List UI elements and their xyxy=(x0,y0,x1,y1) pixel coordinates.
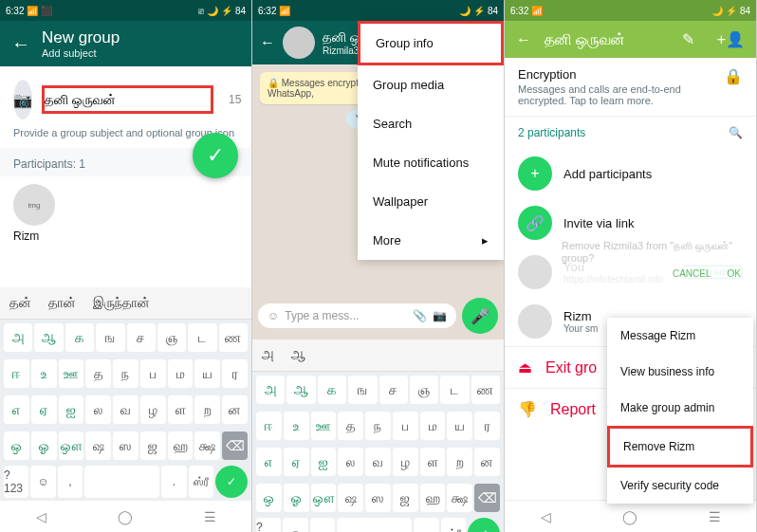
ctx-make-admin[interactable]: Make group admin xyxy=(607,390,753,426)
back-icon[interactable]: ← xyxy=(260,34,275,51)
key[interactable]: ன xyxy=(474,448,500,476)
mic-button[interactable]: 🎤 xyxy=(462,298,498,334)
key-sri[interactable]: ஸ்ரீ xyxy=(441,518,466,532)
key[interactable]: ஹ xyxy=(168,431,194,460)
camera-icon[interactable]: 📷 xyxy=(433,309,447,322)
menu-more[interactable]: More▸ xyxy=(358,221,504,260)
nav-home-icon[interactable]: ◯ xyxy=(118,509,133,524)
key[interactable]: ஆ xyxy=(34,323,63,352)
cancel-button[interactable]: CANCEL xyxy=(673,268,711,279)
key-space[interactable] xyxy=(337,518,412,532)
key-comma[interactable]: , xyxy=(58,466,83,498)
search-icon[interactable]: 🔍 xyxy=(729,126,743,139)
key[interactable]: ள xyxy=(168,395,194,424)
key[interactable]: எ xyxy=(4,395,29,424)
key[interactable]: ஜ xyxy=(140,431,166,460)
key[interactable]: க xyxy=(318,376,346,404)
key[interactable]: அ xyxy=(256,376,285,404)
subject-input[interactable] xyxy=(42,85,213,114)
key[interactable]: ச xyxy=(379,376,408,404)
key[interactable]: ம xyxy=(168,359,194,388)
key[interactable]: ஷ xyxy=(85,431,111,460)
key[interactable]: ன xyxy=(222,395,248,424)
key[interactable]: ஈ xyxy=(4,359,29,388)
backspace-key[interactable]: ⌫ xyxy=(222,431,248,460)
key[interactable]: ல xyxy=(338,448,363,476)
key[interactable]: ஸ xyxy=(113,431,138,460)
key-emoji[interactable]: ☺ xyxy=(283,518,307,532)
menu-group-info[interactable]: Group info xyxy=(358,21,504,65)
key[interactable]: ண xyxy=(471,376,500,404)
key[interactable]: வ xyxy=(113,395,138,424)
menu-mute[interactable]: Mute notifications xyxy=(358,143,504,182)
ctx-message[interactable]: Message Rizm xyxy=(607,318,753,354)
key[interactable]: ஞ xyxy=(410,376,438,404)
key-symbols[interactable]: ?123 xyxy=(4,466,28,498)
key[interactable]: ழ xyxy=(393,448,418,476)
suggestion[interactable]: தான் xyxy=(48,295,76,311)
key[interactable]: வ xyxy=(365,448,391,476)
suggestion[interactable]: ஆ xyxy=(291,347,305,363)
nav-recent-icon[interactable]: ☰ xyxy=(709,509,721,524)
key[interactable]: க்ஷ xyxy=(447,484,472,512)
confirm-fab[interactable]: ✓ xyxy=(193,133,238,178)
key[interactable]: ந xyxy=(365,412,391,440)
key[interactable]: த xyxy=(338,412,363,440)
key[interactable]: ஐ xyxy=(59,395,84,424)
menu-wallpaper[interactable]: Wallpaper xyxy=(358,182,504,221)
back-icon[interactable]: ← xyxy=(11,33,30,55)
key[interactable]: ஔ xyxy=(311,484,337,512)
key[interactable]: ண xyxy=(219,323,248,352)
key[interactable]: க்ஷ xyxy=(194,431,220,460)
key[interactable]: ஷ xyxy=(338,484,363,512)
add-person-icon[interactable]: +👤 xyxy=(717,30,745,48)
menu-group-media[interactable]: Group media xyxy=(358,65,504,104)
ok-button[interactable]: OK xyxy=(728,268,741,279)
key[interactable]: ய xyxy=(194,359,220,388)
nav-back-icon[interactable]: ◁ xyxy=(541,509,551,524)
key[interactable]: ந xyxy=(113,359,138,388)
key[interactable]: ம xyxy=(420,412,446,440)
suggestion[interactable]: தன் xyxy=(9,295,31,311)
key-sri[interactable]: ஸ்ரீ xyxy=(189,466,213,498)
key[interactable]: ய xyxy=(447,412,472,440)
emoji-icon[interactable]: ☺ xyxy=(268,309,279,322)
key-period[interactable]: . xyxy=(414,518,438,532)
key[interactable]: க xyxy=(65,323,94,352)
key-comma[interactable]: , xyxy=(310,518,335,532)
encryption-section[interactable]: 🔒 Encryption Messages and calls are end-… xyxy=(505,58,756,117)
key[interactable]: ஐ xyxy=(311,448,337,476)
nav-home-icon[interactable]: ◯ xyxy=(622,509,637,524)
key[interactable]: ஈ xyxy=(256,412,282,440)
nav-recent-icon[interactable]: ☰ xyxy=(204,509,216,524)
key[interactable]: ற xyxy=(194,395,220,424)
key-emoji[interactable]: ☺ xyxy=(30,466,55,498)
key[interactable]: ஓ xyxy=(31,431,57,460)
key[interactable]: உ xyxy=(284,412,309,440)
key[interactable]: ட xyxy=(188,323,216,352)
ctx-remove[interactable]: Remove Rizm xyxy=(607,426,753,468)
key-period[interactable]: . xyxy=(161,466,186,498)
key-space[interactable] xyxy=(84,466,159,498)
group-photo-button[interactable]: 📷 xyxy=(13,80,32,119)
key[interactable]: ட xyxy=(440,376,469,404)
key[interactable]: ஏ xyxy=(31,395,57,424)
key[interactable]: ஒ xyxy=(4,431,29,460)
key[interactable]: ற xyxy=(447,448,472,476)
key[interactable]: த xyxy=(85,359,111,388)
suggestion[interactable]: அ xyxy=(262,347,274,363)
key[interactable]: ஊ xyxy=(59,359,84,388)
key[interactable]: எ xyxy=(256,448,282,476)
key[interactable]: உ xyxy=(31,359,57,388)
key[interactable]: அ xyxy=(4,323,32,352)
key[interactable]: ள xyxy=(420,448,446,476)
back-icon[interactable]: ← xyxy=(516,31,531,48)
ctx-verify-code[interactable]: Verify security code xyxy=(607,468,753,504)
key[interactable]: ல xyxy=(85,395,111,424)
key[interactable]: ஹ xyxy=(420,484,446,512)
key[interactable]: ஒ xyxy=(256,484,282,512)
ctx-view-business[interactable]: View business info xyxy=(607,354,753,390)
backspace-key[interactable]: ⌫ xyxy=(474,484,500,512)
key[interactable]: ங xyxy=(348,376,377,404)
message-input[interactable]: ☺ Type a mess... 📎 📷 xyxy=(258,303,456,328)
